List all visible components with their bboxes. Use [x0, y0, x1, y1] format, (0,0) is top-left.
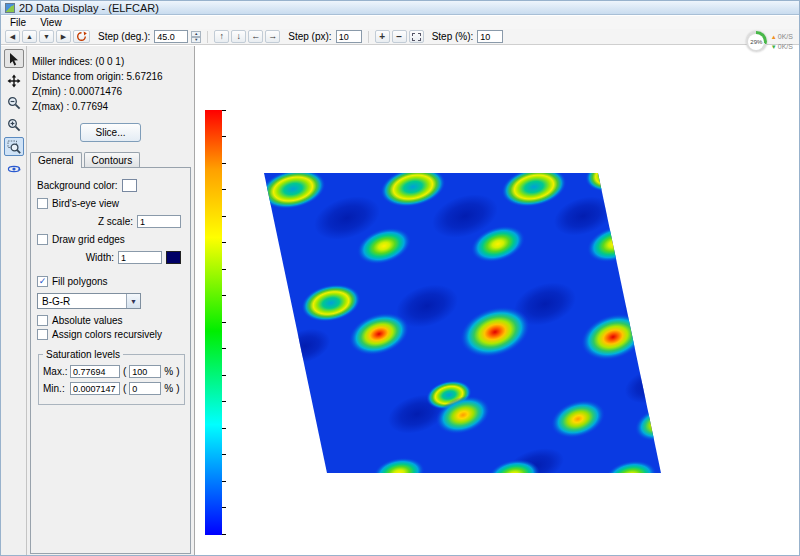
translate-down-button[interactable]: ↓: [231, 30, 246, 43]
heatmap-cell: [255, 154, 688, 495]
toolbar-separator: [207, 31, 208, 43]
grid-color-swatch[interactable]: [166, 251, 181, 264]
saturation-min-label: Min.:: [43, 383, 67, 394]
tab-general-page: Background color: Bird's-eye view Z scal…: [30, 167, 191, 554]
window-title: 2D Data Display - (ELFCAR): [19, 2, 159, 14]
rotate-left-button[interactable]: ◀: [5, 30, 20, 43]
fill-polygons-label: Fill polygons: [52, 276, 108, 287]
draw-grid-edges-label: Draw grid edges: [52, 234, 125, 245]
percent-sign: %: [164, 383, 173, 394]
saturation-levels-group: Saturation levels Max.: ( % ) Min.: ( % …: [38, 349, 185, 405]
checkbox-icon: [37, 234, 48, 245]
checkbox-icon: [37, 315, 48, 326]
z-scale-label: Z scale:: [98, 216, 133, 227]
saturation-min-input[interactable]: [70, 382, 120, 395]
download-arrow-icon: ▼: [771, 44, 777, 50]
colormap-select[interactable]: B-G-R ▼: [37, 293, 141, 309]
zoom-fit-button[interactable]: [409, 30, 424, 43]
birds-eye-view-label: Bird's-eye view: [52, 198, 119, 209]
paren-open: (: [123, 366, 126, 377]
select-tool-button[interactable]: [4, 49, 24, 68]
step-pct-input[interactable]: [477, 30, 503, 43]
orbit-icon: [7, 162, 21, 176]
saturation-max-percent-input[interactable]: [129, 365, 161, 378]
fit-icon: [412, 33, 421, 41]
absolute-values-checkbox[interactable]: Absolute values: [37, 315, 184, 326]
width-label: Width:: [86, 252, 114, 263]
rotate-right-button[interactable]: ▶: [56, 30, 71, 43]
percent-sign: %: [164, 366, 173, 377]
checkbox-icon: [37, 329, 48, 340]
pan-tool-button[interactable]: [4, 71, 24, 90]
grid-width-input[interactable]: [118, 251, 162, 264]
plot-canvas[interactable]: [195, 46, 800, 556]
saturation-levels-title: Saturation levels: [43, 349, 123, 360]
spin-down-icon[interactable]: ▼: [191, 37, 201, 43]
rotate-down-button[interactable]: ▼: [39, 30, 54, 43]
checkbox-checked-icon: [37, 276, 48, 287]
step-deg-spinner[interactable]: ▲▼: [191, 31, 201, 43]
birds-eye-view-checkbox[interactable]: Bird's-eye view: [37, 198, 184, 209]
miller-indices: Miller indices: (0 0 1): [32, 54, 189, 69]
rotate-reset-button[interactable]: [73, 30, 90, 43]
z-scale-input[interactable]: [137, 215, 181, 228]
step-px-input[interactable]: [336, 30, 362, 43]
saturation-max-label: Max.:: [43, 366, 67, 377]
menu-view[interactable]: View: [33, 16, 69, 29]
magnifier-region-icon: [7, 140, 21, 154]
paren-close: ): [176, 366, 179, 377]
step-deg-input[interactable]: [154, 30, 188, 43]
tab-contours[interactable]: Contours: [84, 152, 141, 167]
move-icon: [7, 74, 21, 88]
step-px-label: Step (px):: [288, 31, 331, 42]
zoom-out-button[interactable]: −: [392, 30, 407, 43]
slice-button[interactable]: Slice...: [80, 123, 140, 142]
net-monitor-overlay[interactable]: 29% ▲0K/S ▼0K/S: [746, 31, 793, 52]
background-color-label: Background color:: [37, 180, 118, 191]
zoom-out-tool-button[interactable]: [4, 93, 24, 112]
z-max-value: Z(max) : 0.77694: [32, 99, 189, 114]
translate-right-button[interactable]: →: [265, 30, 280, 43]
slice-info: Miller indices: (0 0 1) Distance from or…: [27, 46, 194, 116]
magnifier-minus-icon: [7, 96, 21, 110]
cpu-percent-ring: 29%: [746, 31, 767, 52]
side-panel: Miller indices: (0 0 1) Distance from or…: [27, 46, 195, 556]
colormap-value: B-G-R: [38, 296, 126, 307]
cpu-percent-value: 29%: [748, 34, 764, 50]
upload-arrow-icon: ▲: [771, 34, 777, 40]
translate-left-button[interactable]: ←: [248, 30, 263, 43]
saturation-max-input[interactable]: [70, 365, 120, 378]
upload-speed: ▲0K/S: [771, 32, 793, 42]
zoom-in-button[interactable]: +: [375, 30, 390, 43]
app-icon: [5, 3, 15, 13]
main-content: Miller indices: (0 0 1) Distance from or…: [1, 46, 800, 556]
main-toolbar: ◀ ▲ ▼ ▶ Step (deg.): ▲▼ ↑ ↓ ← → Step (px…: [1, 29, 799, 45]
zoom-in-tool-button[interactable]: [4, 115, 24, 134]
paren-close: ): [176, 383, 179, 394]
fill-polygons-checkbox[interactable]: Fill polygons: [37, 276, 184, 287]
rotate-view-tool-button[interactable]: [4, 159, 24, 178]
step-deg-label: Step (deg.):: [98, 31, 150, 42]
step-pct-label: Step (%):: [432, 31, 474, 42]
chevron-down-icon: ▼: [126, 294, 140, 308]
download-speed: ▼0K/S: [771, 42, 793, 52]
menu-file[interactable]: File: [3, 16, 33, 29]
draw-grid-edges-checkbox[interactable]: Draw grid edges: [37, 234, 184, 245]
zoom-region-tool-button[interactable]: [4, 137, 24, 156]
distance-from-origin: Distance from origin: 5.67216: [32, 69, 189, 84]
cursor-icon: [7, 52, 21, 66]
net-speeds: ▲0K/S ▼0K/S: [771, 32, 793, 52]
tab-general[interactable]: General: [30, 152, 82, 168]
menu-bar: File View: [1, 16, 799, 29]
z-min-value: Z(min) : 0.00071476: [32, 84, 189, 99]
translate-up-button[interactable]: ↑: [214, 30, 229, 43]
saturation-min-percent-input[interactable]: [129, 382, 161, 395]
toolbar-separator: [368, 31, 369, 43]
tool-strip: [1, 46, 27, 556]
title-bar[interactable]: 2D Data Display - (ELFCAR): [1, 1, 799, 15]
heatmap-plot[interactable]: [195, 46, 800, 556]
background-color-swatch[interactable]: [122, 179, 137, 192]
rotate-up-button[interactable]: ▲: [22, 30, 37, 43]
rotate-icon: [76, 31, 87, 42]
assign-colors-recursively-checkbox[interactable]: Assign colors recursively: [37, 329, 184, 340]
